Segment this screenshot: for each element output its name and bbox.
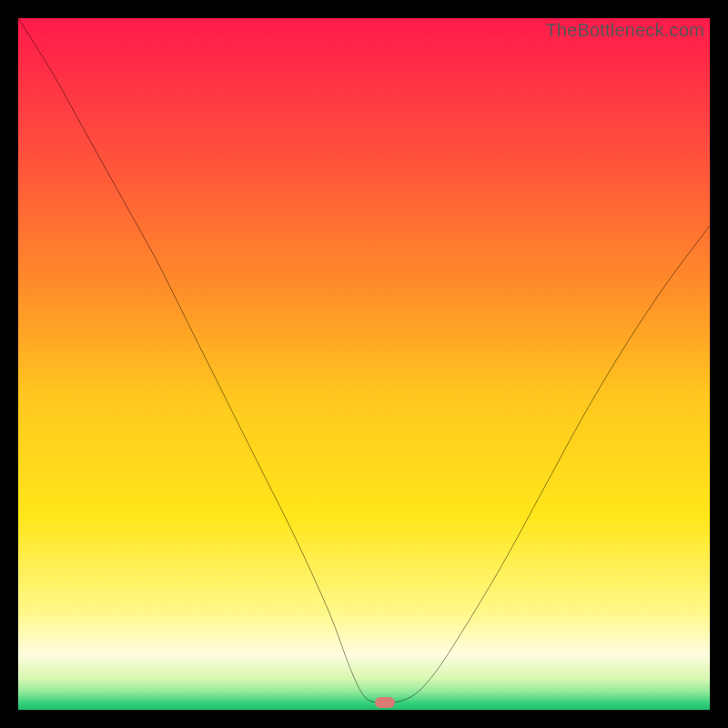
- optimal-marker: [375, 697, 395, 708]
- chart-frame: TheBottleneck.com: [0, 0, 728, 728]
- plot-area: TheBottleneck.com: [18, 18, 710, 710]
- bottleneck-curve: [18, 18, 710, 710]
- watermark-label: TheBottleneck.com: [545, 20, 704, 41]
